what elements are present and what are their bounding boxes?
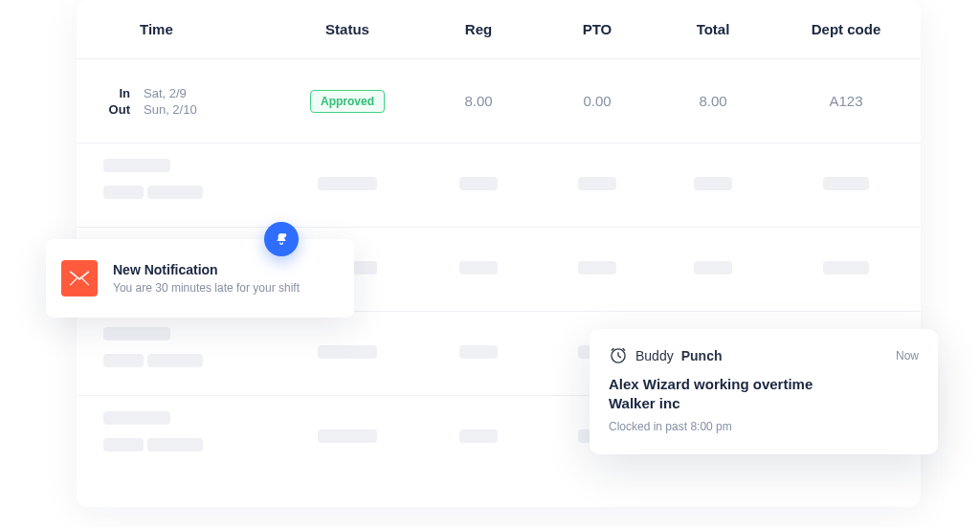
toast-time: Now <box>896 349 919 362</box>
notification-popover[interactable]: New Notification You are 30 minutes late… <box>46 239 354 318</box>
cell-reg: 8.00 <box>417 93 540 109</box>
svg-point-0 <box>282 233 286 237</box>
col-header-time: Time <box>77 21 278 37</box>
cell-time: In Sat, 2/9 Out Sun, 2/10 <box>77 84 278 119</box>
col-header-dept: Dept code <box>771 21 921 37</box>
cell-pto: 0.00 <box>540 93 655 109</box>
cell-total: 8.00 <box>655 93 771 109</box>
col-header-total: Total <box>655 21 771 37</box>
brand: Buddy Punch <box>609 346 722 365</box>
table-header-row: Time Status Reg PTO Total Dept code <box>77 0 921 59</box>
table-row-skeleton <box>77 143 921 228</box>
mail-icon <box>61 260 98 296</box>
brand-word-a: Buddy <box>635 348 674 363</box>
notification-title: New Notification <box>113 262 300 277</box>
brand-word-b: Punch <box>681 348 723 363</box>
out-label: Out <box>103 102 130 117</box>
col-header-status: Status <box>278 21 417 37</box>
col-header-pto: PTO <box>540 21 655 37</box>
in-value: Sat, 2/9 <box>144 86 187 100</box>
toast-subtitle: Clocked in past 8:00 pm <box>609 420 919 433</box>
out-value: Sun, 2/10 <box>144 102 197 117</box>
overtime-toast[interactable]: Buddy Punch Now Alex Wizard working over… <box>590 329 938 454</box>
notification-text: New Notification You are 30 minutes late… <box>113 262 300 295</box>
in-label: In <box>103 86 130 100</box>
cell-dept: A123 <box>771 93 921 109</box>
notification-body: You are 30 minutes late for your shift <box>113 281 300 295</box>
clock-icon <box>609 346 628 365</box>
status-badge: Approved <box>310 90 385 113</box>
toast-title: Alex Wizard working overtime Walker inc <box>609 375 919 414</box>
toast-title-line1: Alex Wizard working overtime <box>609 376 813 392</box>
cell-status: Approved <box>278 90 417 113</box>
col-header-reg: Reg <box>417 21 540 37</box>
table-row[interactable]: In Sat, 2/9 Out Sun, 2/10 Approved 8.00 … <box>77 59 921 143</box>
toast-title-line2: Walker inc <box>609 395 679 411</box>
bell-icon <box>264 222 299 256</box>
